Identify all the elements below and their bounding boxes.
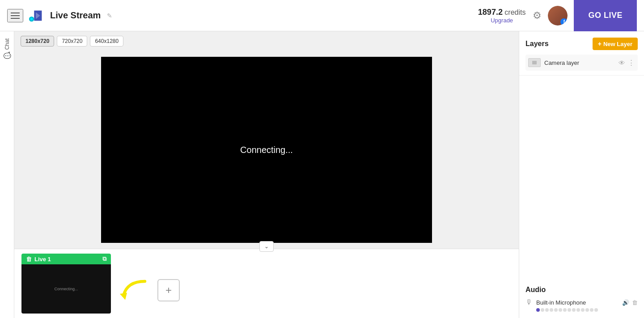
audio-item: 🎙 Built-in Microphone 🔊 🗑 (525, 298, 638, 306)
meter-dot-9 (572, 308, 576, 312)
layer-thumbnail (528, 58, 541, 67)
header-left: Live Stream ✎ (7, 7, 478, 25)
credits-label: credits (504, 8, 525, 16)
layer-name: Camera layer (544, 59, 615, 66)
chat-tab[interactable]: 💬 Chat (2, 35, 13, 63)
logo (28, 7, 46, 25)
audio-device-name: Built-in Microphone (536, 299, 619, 306)
arrow-icon (116, 277, 152, 304)
stream-preview-wrap: Connecting... ⌄ (14, 51, 519, 249)
volume-icon[interactable]: 🔊 (622, 299, 629, 306)
resolution-640x1280[interactable]: 640x1280 (90, 36, 123, 47)
stream-preview: Connecting... ⌄ (101, 57, 432, 243)
add-scene-button[interactable]: + (157, 279, 180, 301)
credits-amount: 1897.2 (478, 8, 503, 17)
layers-section: Layers + New Layer Camera layer 👁 ⋮ (519, 31, 644, 76)
delete-audio-icon[interactable]: 🗑 (632, 299, 638, 306)
audio-section: Audio 🎙 Built-in Microphone 🔊 🗑 (519, 280, 644, 318)
meter-dot-1 (536, 308, 540, 312)
scene-name: Live 1 (34, 256, 51, 263)
credits-section: 1897.2 credits Upgrade (478, 8, 533, 24)
menu-button[interactable] (7, 9, 23, 22)
new-layer-button[interactable]: + New Layer (593, 38, 638, 50)
svg-point-1 (30, 17, 33, 20)
meter-dot-6 (559, 308, 562, 312)
upgrade-link[interactable]: Upgrade (478, 17, 526, 24)
meter-dot-2 (541, 308, 544, 312)
meter-dot-7 (563, 308, 567, 312)
scenes-bar: 🗑 Live 1 ⧉ Connecting... + (14, 249, 519, 318)
new-layer-label: New Layer (603, 41, 632, 47)
audio-meter (525, 308, 638, 312)
go-live-button[interactable]: GO LIVE (574, 0, 637, 31)
header-right: ⚙ f GO LIVE (533, 0, 637, 31)
scene-trash-icon[interactable]: 🗑 (26, 256, 32, 263)
chevron-down-button[interactable]: ⌄ (259, 241, 274, 252)
chat-icon: 💬 (4, 51, 11, 59)
scene-thumbnail[interactable]: Connecting... (21, 264, 111, 314)
scene-copy-icon[interactable]: ⧉ (102, 255, 106, 263)
canvas-area: 1280x720 720x720 640x1280 Connecting... … (14, 31, 519, 318)
header: Live Stream ✎ 1897.2 credits Upgrade ⚙ f… (0, 0, 644, 31)
layer-thumb-inner (532, 61, 537, 64)
resolution-bar: 1280x720 720x720 640x1280 (14, 31, 519, 51)
audio-controls: 🔊 🗑 (622, 299, 638, 306)
microphone-icon: 🎙 (525, 298, 533, 306)
avatar: f (548, 6, 568, 25)
meter-dot-13 (590, 308, 593, 312)
audio-title: Audio (525, 286, 638, 294)
right-panel: Layers + New Layer Camera layer 👁 ⋮ A (519, 31, 644, 318)
chat-tab-label: Chat (4, 38, 10, 50)
layers-header: Layers + New Layer (525, 38, 638, 50)
meter-dot-4 (550, 308, 553, 312)
scene-label: 🗑 Live 1 ⧉ (21, 254, 111, 264)
scene-thumb-text: Connecting... (54, 287, 78, 291)
stream-title: Live Stream (50, 10, 101, 21)
scene-label-left: 🗑 Live 1 (26, 256, 51, 263)
left-sidebar: 💬 Chat (0, 31, 14, 318)
meter-dot-12 (585, 308, 589, 312)
meter-dot-8 (568, 308, 571, 312)
credits-display: 1897.2 credits (478, 8, 526, 17)
layer-item[interactable]: Camera layer 👁 ⋮ (525, 55, 638, 71)
meter-dot-5 (554, 308, 558, 312)
layers-title: Layers (525, 40, 549, 48)
svg-marker-4 (120, 293, 127, 300)
main-area: 💬 Chat 1280x720 720x720 640x1280 Connect… (0, 31, 644, 318)
plus-icon: + (598, 40, 602, 47)
settings-button[interactable]: ⚙ (533, 10, 542, 21)
more-options-icon[interactable]: ⋮ (628, 59, 635, 67)
connecting-text: Connecting... (240, 145, 293, 155)
facebook-badge: f (560, 18, 568, 25)
edit-icon[interactable]: ✎ (107, 12, 112, 19)
arrow-hint (116, 277, 152, 304)
meter-dot-3 (545, 308, 549, 312)
resolution-720x720[interactable]: 720x720 (57, 36, 87, 47)
scene-item: 🗑 Live 1 ⧉ Connecting... (21, 254, 111, 314)
spacer (519, 76, 644, 280)
visibility-icon[interactable]: 👁 (619, 59, 625, 67)
meter-dot-11 (581, 308, 585, 312)
credits-block: 1897.2 credits Upgrade (478, 8, 526, 24)
resolution-1280x720[interactable]: 1280x720 (21, 36, 54, 47)
meter-dot-14 (594, 308, 598, 312)
layer-actions: 👁 ⋮ (619, 59, 635, 67)
meter-dot-10 (576, 308, 580, 312)
facebook-icon: f (564, 20, 565, 24)
